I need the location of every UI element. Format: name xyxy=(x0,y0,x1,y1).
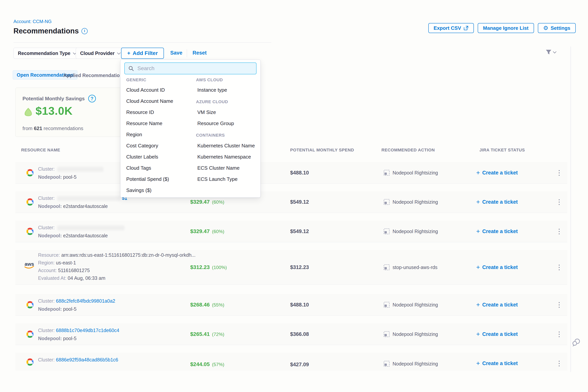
filter-option-cloud-account-name[interactable]: Cloud Account Name xyxy=(126,98,173,104)
cluster-link[interactable]: 6886e92f59a48cad86b5b1c6 xyxy=(56,357,118,362)
gcp-icon xyxy=(25,227,35,237)
nodepool-value: pool-5 xyxy=(63,306,77,312)
search-input[interactable] xyxy=(137,65,253,72)
create-ticket-label: Create a ticket xyxy=(482,360,518,366)
manage-ignore-list-label: Manage Ignore List xyxy=(483,25,528,31)
filter-option-potential-spend[interactable]: Potential Spend ($) xyxy=(126,176,169,182)
create-ticket-button[interactable]: + Create a ticket xyxy=(476,331,518,337)
filter-panel-toggle[interactable] xyxy=(545,49,556,55)
filter-option-region[interactable]: Region xyxy=(126,132,142,138)
save-filter-button[interactable]: Save xyxy=(170,50,182,56)
create-ticket-button[interactable]: + Create a ticket xyxy=(476,170,518,176)
filter-option-cost-category[interactable]: Cost Category xyxy=(126,143,158,149)
dropdown-search[interactable] xyxy=(124,62,256,74)
nodepool-value: e2standar4autoscale xyxy=(63,204,108,209)
filter-option-cloud-tags[interactable]: Cloud Tags xyxy=(126,165,151,171)
export-csv-button[interactable]: Export CSV xyxy=(428,23,474,33)
reset-filter-button[interactable]: Reset xyxy=(192,50,207,56)
filter-option-vm-size[interactable]: VM Size xyxy=(197,109,216,115)
monthly-spend-value: $488.10 xyxy=(290,170,309,176)
filter-option-instance-type[interactable]: Instance type xyxy=(197,87,227,93)
info-icon[interactable]: i xyxy=(82,28,88,34)
monthly-spend-value: $549.12 xyxy=(290,199,309,205)
header-actions: Export CSV Manage Ignore List ⚙ Settings xyxy=(428,23,576,33)
savings-card-title: Potential Monthly Savings ? xyxy=(22,95,96,102)
filter-option-resource-name[interactable]: Resource Name xyxy=(126,120,162,126)
resource-value: arn:aws:rds:us-east-1:511616801275:db:zn… xyxy=(61,252,196,258)
create-ticket-label: Create a ticket xyxy=(482,331,518,337)
account-value: 511616801275 xyxy=(58,268,90,273)
create-ticket-button[interactable]: + Create a ticket xyxy=(476,302,518,308)
redacted-cluster-name xyxy=(57,167,104,172)
column-header-jira-status: JIRA TICKET STATUS xyxy=(480,148,525,152)
kebab-menu-icon[interactable]: ⋮ xyxy=(556,198,563,206)
nodepool-value: pool-5 xyxy=(63,336,77,341)
add-filter-button[interactable]: + Add Filter xyxy=(121,48,164,59)
filter-option-resource-group[interactable]: Resource Group xyxy=(197,120,234,126)
nodepool-label: Nodepool: xyxy=(38,336,62,341)
filter-option-resource-id[interactable]: Resource ID xyxy=(126,109,154,115)
filter-option-ecs-cluster-name[interactable]: ECS Cluster Name xyxy=(197,165,240,171)
kebab-menu-icon[interactable]: ⋮ xyxy=(556,169,563,177)
create-ticket-button[interactable]: + Create a ticket xyxy=(476,360,518,366)
nodepool-label: Nodepool: xyxy=(38,306,62,312)
table-row[interactable]: Cluster: Nodepool: e2standar4autoscale $… xyxy=(15,220,567,242)
cluster-label: Cluster: xyxy=(38,328,54,333)
recommended-action: Nodepool Rightsizing xyxy=(384,199,438,205)
chevron-down-icon xyxy=(553,50,556,53)
filter-option-kubernetes-namespace[interactable]: Kubernetes Namespace xyxy=(197,154,251,160)
table-row[interactable]: Cluster:51 Nodepool: e2standar4autoscale… xyxy=(15,191,567,213)
kebab-menu-icon[interactable]: ⋮ xyxy=(556,227,563,236)
filter-bar-divider xyxy=(187,49,187,57)
recommended-action: Nodepool Rightsizing xyxy=(384,170,438,176)
nodepool-label: Nodepool: xyxy=(38,204,62,209)
cloud-provider-filter[interactable]: Cloud Provider xyxy=(76,48,124,59)
table-row[interactable]: Cluster: 6886e92f59a48cad86b5b1c6 $244.0… xyxy=(15,353,567,371)
region-value: us-east-1 xyxy=(56,260,76,265)
recommendation-type-filter[interactable]: Recommendation Type xyxy=(14,48,80,59)
help-chat-icon[interactable] xyxy=(572,338,581,348)
create-ticket-button[interactable]: + Create a ticket xyxy=(476,199,518,205)
create-ticket-button[interactable]: + Create a ticket xyxy=(476,228,518,234)
table-row[interactable]: Cluster: 6888b1c70e49db17c1de60c4 Nodepo… xyxy=(15,324,567,345)
recommended-action-label: Nodepool Rightsizing xyxy=(392,229,438,234)
kebab-menu-icon[interactable]: ⋮ xyxy=(556,330,563,338)
cluster-link[interactable]: 688c2fefc84fbdc99801a0a2 xyxy=(56,298,115,304)
add-filter-dropdown: GENERIC Cloud Account ID Cloud Account N… xyxy=(120,60,260,198)
account-breadcrumb[interactable]: Account: CCM-NG xyxy=(14,19,52,24)
kebab-menu-icon[interactable]: ⋮ xyxy=(556,301,563,309)
kebab-menu-icon[interactable]: ⋮ xyxy=(556,359,563,368)
question-icon[interactable]: ? xyxy=(88,95,96,102)
svg-text:aws: aws xyxy=(24,261,34,267)
export-csv-label: Export CSV xyxy=(434,25,461,31)
settings-button[interactable]: ⚙ Settings xyxy=(538,23,576,33)
filter-option-savings[interactable]: Savings ($) xyxy=(126,187,152,193)
cluster-link[interactable]: 6888b1c70e49db17c1de60c4 xyxy=(56,328,119,333)
nodepool-label: Nodepool: xyxy=(38,233,62,238)
create-ticket-button[interactable]: + Create a ticket xyxy=(476,264,518,270)
monthly-savings-value: $312.23(100%) xyxy=(190,264,227,270)
filter-option-ecs-launch-type[interactable]: ECS Launch Type xyxy=(197,176,238,182)
table-row[interactable]: Cluster: 688c2fefc84fbdc99801a0a2 Nodepo… xyxy=(15,294,567,316)
plus-icon: + xyxy=(476,301,480,308)
plus-icon: + xyxy=(476,360,480,366)
plus-icon: + xyxy=(476,264,480,270)
plus-icon: + xyxy=(127,50,130,56)
create-ticket-label: Create a ticket xyxy=(482,228,518,234)
redacted-cluster-name xyxy=(57,196,121,201)
savings-subtitle: from 621 recommendations xyxy=(22,126,84,132)
kebab-menu-icon[interactable]: ⋮ xyxy=(556,263,563,271)
table-row[interactable]: Cluster: Nodepool: pool-5 $488.10 Nodepo… xyxy=(15,162,567,184)
recommended-action-label: stop-unused-aws-rds xyxy=(392,264,437,270)
recommended-action-label: Nodepool Rightsizing xyxy=(392,199,438,205)
table-row[interactable]: aws Resource: arn:aws:rds:us-east-1:5116… xyxy=(15,250,567,285)
tab-applied-recommendations[interactable]: Applied Recommendatio xyxy=(64,73,120,78)
gcp-icon xyxy=(25,300,35,310)
cluster-label: Cluster: xyxy=(38,298,54,304)
filter-option-cluster-labels[interactable]: Cluster Labels xyxy=(126,154,158,160)
filter-option-cloud-account-id[interactable]: Cloud Account ID xyxy=(126,87,165,93)
monthly-savings-value: $265.41(72%) xyxy=(190,331,224,337)
evaluated-at-label: Evaluated At: xyxy=(38,275,66,281)
manage-ignore-list-button[interactable]: Manage Ignore List xyxy=(478,23,534,33)
filter-option-kubernetes-cluster-name[interactable]: Kubernetes Cluster Name xyxy=(197,143,255,149)
